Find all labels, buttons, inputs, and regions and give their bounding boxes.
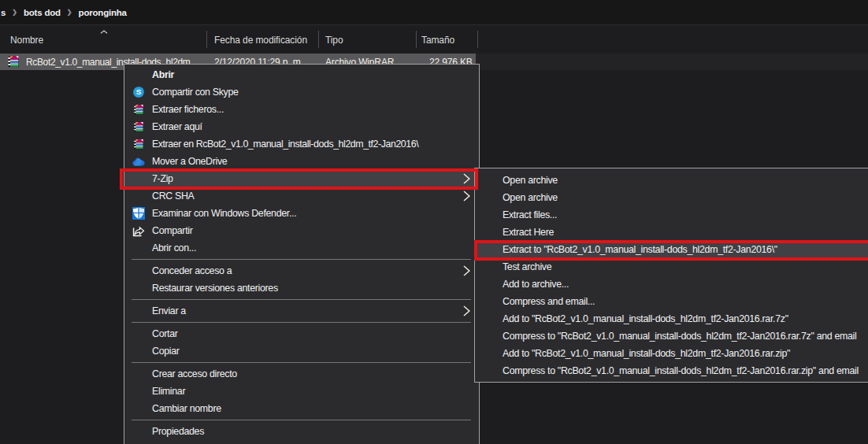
svg-text:S: S <box>136 87 142 96</box>
